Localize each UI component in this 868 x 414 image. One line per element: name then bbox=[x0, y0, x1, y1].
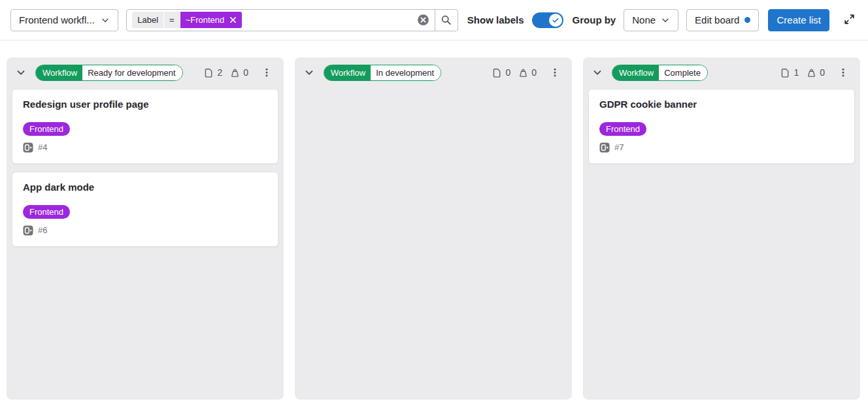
filter-token: Label = ~Frontend bbox=[132, 12, 412, 28]
list-scoped-label[interactable]: Workflow Ready for development bbox=[35, 65, 183, 81]
collapse-list-button[interactable] bbox=[14, 66, 27, 79]
collapse-list-button[interactable] bbox=[303, 66, 316, 79]
edit-board-button[interactable]: Edit board bbox=[686, 9, 759, 31]
issue-count: 0 bbox=[492, 67, 510, 78]
show-labels-toggle[interactable] bbox=[532, 12, 563, 28]
issue-count-icon bbox=[492, 68, 502, 78]
board-switcher-dropdown[interactable]: Frontend workfl... bbox=[10, 9, 118, 31]
filter-token-operator[interactable]: = bbox=[164, 12, 180, 28]
list-meta: 2 0 bbox=[204, 66, 275, 79]
weight-icon bbox=[518, 68, 528, 78]
create-list-button[interactable]: Create list bbox=[768, 9, 829, 31]
check-icon bbox=[552, 16, 559, 24]
card-title: GDPR cookie banner bbox=[599, 99, 844, 111]
issue-card[interactable]: App dark mode Frontend #6 bbox=[12, 172, 278, 247]
issue-type-icon bbox=[23, 142, 33, 153]
clear-filter-button[interactable] bbox=[412, 10, 435, 31]
card-list: GDPR cookie banner Frontend #7 bbox=[583, 88, 860, 169]
card-title: App dark mode bbox=[23, 182, 267, 194]
card-label[interactable]: Frontend bbox=[599, 122, 646, 136]
issue-count: 1 bbox=[780, 67, 799, 78]
chevron-down-icon bbox=[101, 16, 110, 25]
list-scoped-label[interactable]: Workflow In development bbox=[324, 65, 441, 81]
clear-filter-icon bbox=[417, 14, 429, 26]
card-reference: #7 bbox=[599, 142, 844, 153]
board-toolbar: Frontend workfl... Label = ~Frontend Sho… bbox=[0, 0, 868, 40]
weight-icon bbox=[807, 68, 816, 78]
kebab-menu-icon bbox=[838, 67, 848, 78]
total-weight: 0 bbox=[518, 67, 537, 78]
card-title: Redesign user profile page bbox=[23, 99, 267, 111]
collapse-list-button[interactable] bbox=[591, 66, 604, 79]
search-button[interactable] bbox=[435, 10, 458, 31]
chevron-down-icon bbox=[661, 16, 670, 25]
board-list-complete: Workflow Complete 1 0 GDPR cookie banne bbox=[583, 57, 860, 400]
chevron-down-icon bbox=[304, 67, 314, 78]
show-labels-label: Show labels bbox=[467, 14, 524, 25]
remove-token-icon[interactable] bbox=[229, 16, 237, 24]
card-list bbox=[295, 88, 572, 94]
filter-token-key[interactable]: Label bbox=[132, 12, 163, 28]
filter-bar[interactable]: Label = ~Frontend bbox=[126, 9, 458, 31]
group-by-value: None bbox=[632, 14, 656, 25]
toggle-knob bbox=[549, 14, 562, 27]
issue-card[interactable]: GDPR cookie banner Frontend #7 bbox=[588, 89, 855, 164]
filter-token-value[interactable]: ~Frontend bbox=[180, 12, 242, 28]
weight-icon bbox=[230, 68, 240, 78]
chevron-down-icon bbox=[592, 67, 603, 78]
list-header: Workflow Complete 1 0 bbox=[583, 57, 860, 88]
list-meta: 0 0 bbox=[492, 66, 563, 79]
list-actions-button[interactable] bbox=[259, 66, 275, 79]
issue-board: Workflow Ready for development 2 0 Rede bbox=[0, 40, 868, 400]
fullscreen-button[interactable] bbox=[841, 11, 858, 29]
card-label[interactable]: Frontend bbox=[23, 122, 70, 136]
kebab-menu-icon bbox=[550, 67, 560, 78]
chevron-down-icon bbox=[16, 67, 26, 78]
board-list-in-development: Workflow In development 0 0 bbox=[295, 57, 572, 400]
list-header: Workflow In development 0 0 bbox=[295, 57, 572, 88]
card-label[interactable]: Frontend bbox=[23, 205, 70, 219]
kebab-menu-icon bbox=[261, 67, 272, 78]
issue-card[interactable]: Redesign user profile page Frontend #4 bbox=[12, 89, 278, 164]
total-weight: 0 bbox=[807, 67, 825, 78]
list-actions-button[interactable] bbox=[547, 66, 563, 79]
board-switcher-label: Frontend workfl... bbox=[19, 14, 95, 25]
issue-count: 2 bbox=[204, 67, 222, 78]
card-reference: #4 bbox=[23, 142, 267, 153]
issue-type-icon bbox=[599, 142, 610, 153]
card-reference: #6 bbox=[23, 225, 267, 236]
list-scoped-label[interactable]: Workflow Complete bbox=[612, 65, 708, 81]
board-list-ready-for-development: Workflow Ready for development 2 0 Rede bbox=[7, 57, 284, 400]
total-weight: 0 bbox=[230, 67, 248, 78]
search-icon bbox=[441, 14, 452, 25]
card-list: Redesign user profile page Frontend #4 A… bbox=[7, 88, 284, 252]
group-by-dropdown[interactable]: None bbox=[624, 9, 678, 31]
list-header: Workflow Ready for development 2 0 bbox=[7, 57, 284, 88]
issue-type-icon bbox=[23, 225, 33, 236]
issue-count-icon bbox=[780, 68, 790, 78]
unsaved-changes-dot bbox=[744, 17, 750, 23]
group-by-label: Group by bbox=[573, 14, 616, 25]
list-meta: 1 0 bbox=[780, 66, 851, 79]
list-actions-button[interactable] bbox=[835, 66, 851, 79]
issue-count-icon bbox=[204, 68, 214, 78]
expand-icon bbox=[844, 14, 855, 25]
